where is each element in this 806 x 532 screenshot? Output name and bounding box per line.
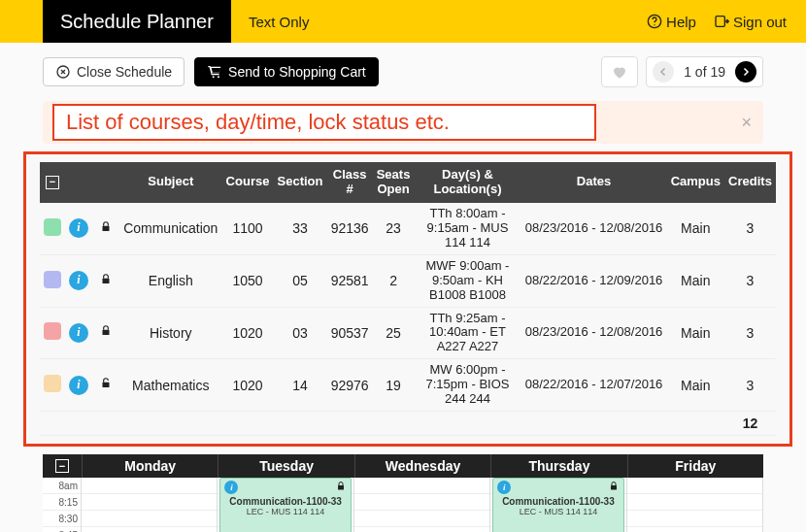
cell-course: 1050 <box>222 254 274 307</box>
cell-classno: 90537 <box>327 307 373 359</box>
th-course[interactable]: Course <box>222 162 274 203</box>
pager-prev[interactable] <box>653 61 674 83</box>
cell-subject: Mathematics <box>119 359 222 412</box>
col-friday[interactable] <box>627 478 763 532</box>
info-icon[interactable]: i <box>69 376 88 395</box>
day-friday: Friday <box>627 454 763 478</box>
event-thursday-comm[interactable]: i Communication-1100-33 LEC - MUS 114 11… <box>492 478 623 532</box>
event-info-icon[interactable]: i <box>497 481 511 494</box>
th-credits[interactable]: Credits <box>724 162 776 203</box>
cell-campus: Main <box>667 254 724 307</box>
svg-point-4 <box>213 76 215 78</box>
th-subject[interactable]: Subject <box>119 162 222 203</box>
th-collapse[interactable]: − <box>40 162 65 203</box>
table-row[interactable]: iHistory1020039053725TTh 9:25am - 10:40a… <box>40 307 776 359</box>
lock-icon[interactable] <box>99 220 113 234</box>
event-title: Communication-1100-33 <box>224 496 346 507</box>
total-row: 12 <box>40 412 776 436</box>
color-swatch <box>44 271 61 288</box>
col-monday[interactable] <box>82 478 218 532</box>
cell-daysloc: MW 6:00pm - 7:15pm - BIOS 244 244 <box>414 359 521 412</box>
pager-next[interactable] <box>735 61 756 83</box>
day-tuesday: Tuesday <box>218 454 353 478</box>
cell-credits: 3 <box>724 359 776 412</box>
lock-icon[interactable] <box>99 324 113 338</box>
week-collapse[interactable]: − <box>43 454 82 478</box>
table-row[interactable]: iCommunication1100339213623TTh 8:00am - … <box>40 203 776 254</box>
event-info-icon[interactable]: i <box>224 481 238 494</box>
signout-link[interactable]: Sign out <box>714 14 787 30</box>
cell-course: 1020 <box>222 307 274 359</box>
svg-rect-7 <box>103 278 110 283</box>
th-dates[interactable]: Dates <box>521 162 666 203</box>
cell-course: 1100 <box>222 203 274 254</box>
help-icon <box>647 14 662 29</box>
close-schedule-button[interactable]: Close Schedule <box>43 57 185 86</box>
color-swatch <box>44 375 61 392</box>
cell-daysloc: TTh 9:25am - 10:40am - ET A227 A227 <box>414 307 521 359</box>
callout-box: List of courses, day/time, lock status e… <box>52 104 596 141</box>
cell-classno: 92136 <box>327 203 373 254</box>
svg-rect-10 <box>338 485 344 490</box>
time-8am: 8am <box>43 478 81 494</box>
cell-daysloc: MWF 9:00am - 9:50am - KH B1008 B1008 <box>414 254 521 307</box>
th-seats[interactable]: Seats Open <box>373 162 415 203</box>
time-830: 8:30 <box>43 511 81 527</box>
week-header: − Monday Tuesday Wednesday Thursday Frid… <box>43 454 763 478</box>
send-cart-button[interactable]: Send to Shopping Cart <box>194 57 379 86</box>
col-wednesday[interactable] <box>354 478 490 532</box>
cell-subject: History <box>119 307 222 359</box>
th-classno[interactable]: Class # <box>327 162 373 203</box>
cell-section: 05 <box>273 254 326 307</box>
help-label: Help <box>666 14 696 30</box>
svg-rect-8 <box>103 330 110 335</box>
pager-label: 1 of 19 <box>684 64 725 80</box>
cell-credits: 3 <box>724 254 776 307</box>
favorite-button[interactable] <box>601 56 638 87</box>
signout-icon <box>714 14 729 29</box>
cell-campus: Main <box>667 307 724 359</box>
total-credits: 12 <box>724 412 776 436</box>
th-info <box>65 162 92 203</box>
col-tuesday[interactable]: i Communication-1100-33 LEC - MUS 114 11… <box>218 478 353 532</box>
info-icon[interactable]: i <box>69 323 88 343</box>
color-swatch <box>44 322 61 340</box>
info-icon[interactable]: i <box>69 218 88 238</box>
course-table: − Subject Course Section Class # Seats O… <box>40 162 776 436</box>
cell-seats: 19 <box>373 359 415 412</box>
lock-icon[interactable] <box>99 377 113 390</box>
top-right: Help Sign out <box>647 14 794 30</box>
day-monday: Monday <box>82 454 218 478</box>
cell-section: 33 <box>273 203 326 254</box>
col-thursday[interactable]: i Communication-1100-33 LEC - MUS 114 11… <box>490 478 626 532</box>
alert-close[interactable]: × <box>741 113 752 133</box>
cell-seats: 23 <box>373 203 415 254</box>
lock-icon[interactable] <box>608 481 620 492</box>
cell-dates: 08/23/2016 - 12/08/2016 <box>521 307 666 359</box>
th-campus[interactable]: Campus <box>667 162 724 203</box>
th-daysloc[interactable]: Day(s) & Location(s) <box>414 162 521 203</box>
help-link[interactable]: Help <box>647 14 696 30</box>
event-tuesday-comm[interactable]: i Communication-1100-33 LEC - MUS 114 11… <box>219 478 351 532</box>
lock-icon[interactable] <box>335 481 347 492</box>
course-table-box: − Subject Course Section Class # Seats O… <box>23 151 792 447</box>
pager-area: 1 of 19 <box>601 56 763 87</box>
cell-section: 14 <box>273 359 326 412</box>
cell-campus: Main <box>667 203 724 254</box>
cell-classno: 92976 <box>327 359 373 412</box>
cell-daysloc: TTh 8:00am - 9:15am - MUS 114 114 <box>414 203 521 254</box>
signout-label: Sign out <box>733 14 787 30</box>
info-alert: List of courses, day/time, lock status e… <box>43 101 763 144</box>
text-only-link[interactable]: Text Only <box>249 14 310 30</box>
svg-rect-2 <box>716 17 724 27</box>
color-swatch <box>44 218 61 236</box>
cell-seats: 2 <box>373 254 415 307</box>
th-section[interactable]: Section <box>273 162 326 203</box>
info-icon[interactable]: i <box>69 271 88 290</box>
brand-title: Schedule Planner <box>43 0 231 43</box>
cell-dates: 08/22/2016 - 12/09/2016 <box>521 254 666 307</box>
table-row[interactable]: iMathematics1020149297619MW 6:00pm - 7:1… <box>40 359 776 412</box>
lock-icon[interactable] <box>99 273 113 286</box>
table-row[interactable]: iEnglish105005925812MWF 9:00am - 9:50am … <box>40 254 776 307</box>
svg-point-5 <box>218 76 219 78</box>
